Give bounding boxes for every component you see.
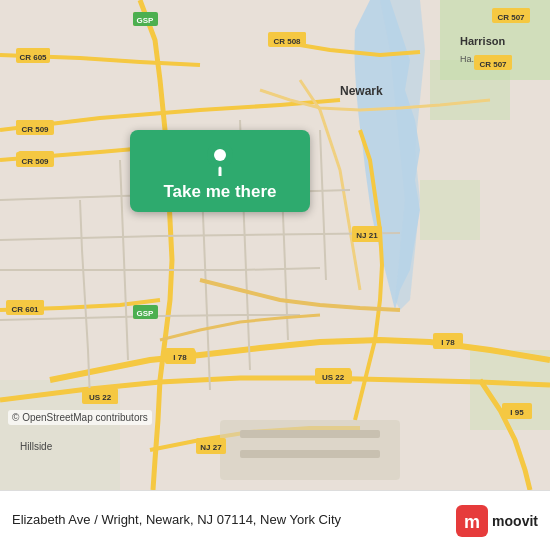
svg-text:Harrison: Harrison [460,35,506,47]
svg-text:Newark: Newark [340,84,383,98]
svg-text:NJ 27: NJ 27 [200,443,222,452]
svg-text:CR 605: CR 605 [19,53,47,62]
svg-text:I 78: I 78 [173,353,187,362]
svg-text:GSP: GSP [137,309,155,318]
svg-rect-24 [240,450,380,458]
moovit-logo-icon: m [456,505,488,537]
svg-text:I 95: I 95 [510,408,524,417]
svg-text:CR 507: CR 507 [497,13,525,22]
svg-text:m: m [464,512,480,532]
bottom-bar: Elizabeth Ave / Wright, Newark, NJ 07114… [0,490,550,550]
svg-text:US 22: US 22 [89,393,112,402]
location-pin-icon [202,140,238,176]
osm-attribution: © OpenStreetMap contributors [8,410,152,425]
svg-text:CR 509: CR 509 [21,157,49,166]
take-me-there-label: Take me there [163,182,276,202]
svg-text:GSP: GSP [137,16,155,25]
svg-text:CR 508: CR 508 [273,37,301,46]
button-overlay: Take me there [130,130,310,212]
svg-rect-23 [240,430,380,438]
svg-text:CR 507: CR 507 [479,60,507,69]
svg-text:I 78: I 78 [441,338,455,347]
map-container: Harrison Ha... Newark Hillside GSP GSP C… [0,0,550,490]
svg-text:US 22: US 22 [322,373,345,382]
take-me-there-button[interactable]: Take me there [130,130,310,212]
svg-rect-3 [420,180,480,240]
moovit-logo: m moovit [456,505,538,537]
moovit-text: moovit [492,513,538,529]
svg-text:CR 509: CR 509 [21,125,49,134]
osm-text: © OpenStreetMap contributors [12,412,148,423]
svg-text:NJ 21: NJ 21 [356,231,378,240]
svg-text:Hillside: Hillside [20,441,53,452]
svg-point-62 [214,149,226,161]
svg-text:CR 601: CR 601 [11,305,39,314]
address-label: Elizabeth Ave / Wright, Newark, NJ 07114… [12,512,456,529]
